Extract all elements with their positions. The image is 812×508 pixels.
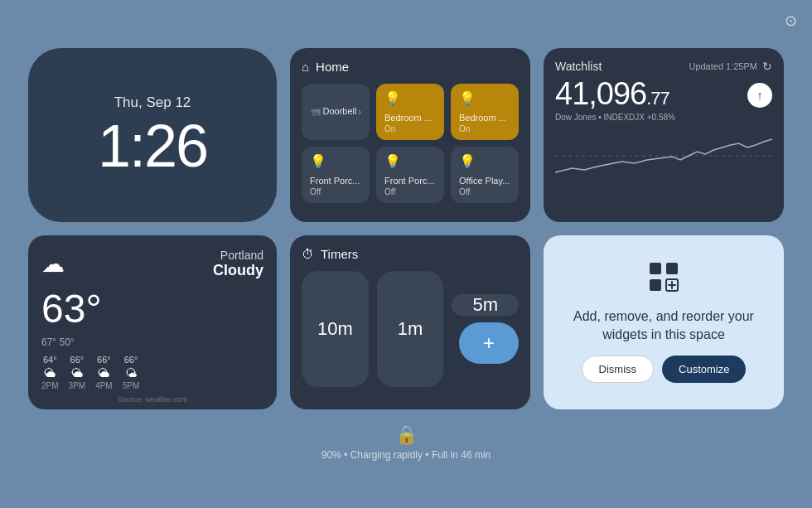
timer-add-button[interactable]: + (459, 322, 519, 364)
bedroom2-label: Bedroom ... (459, 113, 510, 123)
bottom-status: 🔒 90% • Charging rapidly • Full in 46 mi… (321, 424, 491, 461)
weather-top: ☁ Portland Cloudy (41, 249, 263, 279)
frontporch2-status: Off (384, 187, 436, 196)
timer-5m[interactable]: 5m (452, 294, 519, 316)
doorbell-chevron: › (358, 106, 361, 118)
clock-widget: Thu, Sep 12 1:26 (28, 48, 277, 222)
timer-10m[interactable]: 10m (302, 271, 369, 387)
timers-buttons: 10m 1m 5m + (302, 271, 519, 387)
watchlist-value-row: 41,096.77 ↑ (555, 78, 772, 109)
forecast-item-5pm: 66° 🌤 5PM (123, 355, 140, 390)
forecast-time-2pm: 2PM (41, 381, 59, 390)
clock-date: Thu, Sep 12 (114, 94, 191, 111)
forecast-icon-5pm: 🌤 (125, 366, 137, 380)
home-cell-bedroom2[interactable]: 💡 Bedroom ... On (451, 84, 519, 140)
customize-button[interactable]: Customize (662, 356, 746, 383)
home-cell-officeplay[interactable]: 💡 Office Play... Off (451, 147, 519, 203)
promo-text: Add, remove, and reorder your widgets in… (563, 307, 764, 345)
bedroom1-status: On (384, 124, 436, 133)
frontporch1-icon: 💡 (310, 153, 361, 169)
bedroom1-icon: 💡 (384, 90, 436, 106)
promo-icon (648, 261, 679, 299)
frontporch1-label: Front Porc... (310, 176, 361, 186)
weather-city: Portland (213, 249, 263, 262)
watchlist-updated: Updated 1:25PM (689, 61, 757, 71)
home-device-grid: 📹 Doorbell › 💡 Bedroom ... On 💡 Bedroom … (302, 84, 519, 203)
home-cell-bedroom1[interactable]: 💡 Bedroom ... On (376, 84, 444, 140)
forecast-item-2pm: 64° 🌥 2PM (41, 355, 59, 390)
officeplay-label: Office Play... (459, 176, 510, 186)
bedroom2-status: On (459, 124, 510, 133)
forecast-icon-2pm: 🌥 (44, 366, 56, 380)
forecast-temp-3pm: 66° (70, 355, 85, 365)
forecast-time-5pm: 5PM (123, 381, 140, 390)
svg-rect-2 (666, 263, 678, 274)
home-cell-doorbell[interactable]: 📹 Doorbell › (302, 84, 370, 140)
home-title: Home (316, 60, 349, 74)
frontporch2-label: Front Porc... (384, 176, 436, 186)
weather-source: Source: weather.com (41, 395, 263, 404)
watchlist-up-button[interactable]: ↑ (747, 83, 772, 108)
watchlist-widget: Watchlist Updated 1:25PM ↻ 41,096.77 ↑ D… (544, 48, 784, 222)
weather-forecast: 64° 🌥 2PM 66° 🌥 3PM 66° 🌥 4PM 66° 🌤 5PM (41, 355, 263, 390)
lock-icon: 🔒 (395, 424, 418, 446)
promo-buttons: Dismiss Customize (582, 356, 747, 383)
weather-widget: ☁ Portland Cloudy 63° 67° 50° 64° 🌥 2PM … (28, 235, 277, 409)
refresh-icon[interactable]: ↻ (762, 60, 772, 73)
timers-icon: ⏱ (302, 247, 314, 261)
watchlist-chart (555, 127, 772, 185)
clock-time: 1:26 (98, 116, 207, 176)
doorbell-icon: 📹 (310, 106, 321, 117)
weather-cloud-icon: ☁ (41, 250, 65, 278)
weather-location: Portland Cloudy (213, 249, 263, 279)
timers-widget: ⏱ Timers 10m 1m 5m + (290, 235, 530, 409)
home-cell-frontporch2[interactable]: 💡 Front Porc... Off (376, 147, 444, 203)
frontporch1-status: Off (310, 187, 361, 196)
forecast-time-3pm: 3PM (69, 381, 86, 390)
widget-grid: Thu, Sep 12 1:26 ⌂ Home 📹 Doorbell › 💡 B… (28, 48, 784, 409)
forecast-time-4pm: 4PM (95, 381, 113, 390)
home-widget: ⌂ Home 📹 Doorbell › 💡 Bedroom ... On 💡 (290, 48, 530, 222)
watchlist-value: 41,096.77 (555, 78, 669, 109)
weather-temp-main: 63° (41, 286, 263, 331)
home-header: ⌂ Home (302, 60, 519, 74)
watchlist-header: Watchlist Updated 1:25PM ↻ (555, 60, 772, 73)
promo-widget: Add, remove, and reorder your widgets in… (544, 235, 784, 409)
officeplay-status: Off (459, 187, 510, 196)
watchlist-title: Watchlist (555, 60, 602, 73)
svg-rect-3 (650, 279, 661, 291)
dismiss-button[interactable]: Dismiss (582, 356, 655, 383)
home-cell-frontporch1[interactable]: 💡 Front Porc... Off (302, 147, 370, 203)
weather-condition: Cloudy (213, 262, 263, 279)
bedroom1-label: Bedroom ... (384, 113, 436, 123)
timer-1m[interactable]: 1m (377, 271, 444, 387)
timers-header: ⏱ Timers (302, 247, 519, 261)
timers-title: Timers (321, 247, 358, 261)
svg-rect-1 (650, 263, 661, 274)
doorbell-label: Doorbell (323, 106, 357, 117)
forecast-temp-2pm: 64° (43, 355, 57, 365)
forecast-icon-3pm: 🌥 (71, 366, 83, 380)
home-icon: ⌂ (302, 60, 309, 74)
forecast-item-3pm: 66° 🌥 3PM (69, 355, 86, 390)
watchlist-subtitle: Dow Jones • INDEXDJX +0.58% (555, 113, 772, 122)
settings-icon[interactable]: ⊙ (785, 12, 797, 30)
frontporch2-icon: 💡 (384, 153, 436, 169)
charge-text: 90% • Charging rapidly • Full in 46 min (321, 449, 491, 461)
forecast-temp-4pm: 66° (97, 355, 111, 365)
watchlist-number: 41,096.77 (555, 76, 669, 111)
bedroom2-icon: 💡 (459, 90, 510, 106)
officeplay-icon: 💡 (459, 153, 510, 169)
forecast-icon-4pm: 🌥 (98, 366, 109, 380)
weather-low-high: 67° 50° (41, 336, 263, 348)
forecast-item-4pm: 66° 🌥 4PM (95, 355, 113, 390)
forecast-temp-5pm: 66° (124, 355, 138, 365)
